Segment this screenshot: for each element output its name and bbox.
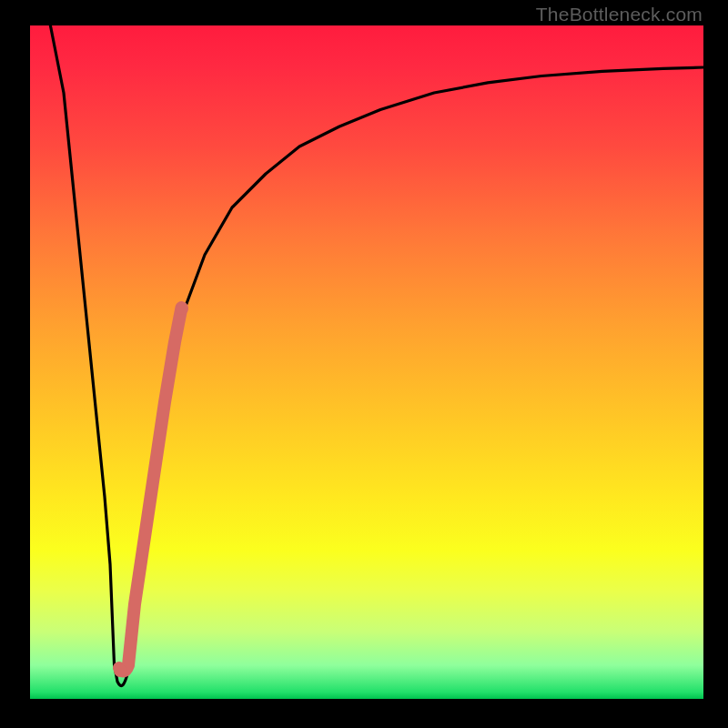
chart-frame: TheBottleneck.com <box>0 0 728 728</box>
highlight-endpoint <box>114 664 126 677</box>
plot-area <box>30 25 703 699</box>
highlight-segment <box>119 308 182 671</box>
chart-svg <box>30 25 703 699</box>
watermark-text: TheBottleneck.com <box>536 4 703 25</box>
main-curve <box>50 24 703 686</box>
highlight-endpoint <box>176 302 188 315</box>
